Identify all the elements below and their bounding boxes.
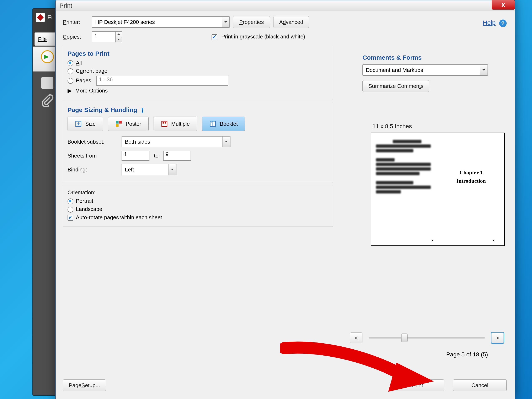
- close-button[interactable]: x: [492, 0, 515, 10]
- copies-label: Copies:: [63, 34, 92, 40]
- sheets-from-label: Sheets from: [68, 152, 121, 159]
- pages-range-radio[interactable]: Pages 1 - 36: [68, 76, 328, 86]
- svg-rect-4: [162, 121, 167, 127]
- help-link-area[interactable]: Help ?: [483, 19, 507, 27]
- svg-rect-3: [116, 124, 119, 127]
- sizing-header: Page Sizing & Handling i: [68, 106, 328, 114]
- svg-rect-2: [119, 121, 122, 124]
- pages-all-radio[interactable]: All: [68, 60, 328, 66]
- orientation-landscape-radio[interactable]: Landscape: [68, 206, 328, 212]
- paper-size-label: 11 x 8.5 Inches: [372, 123, 504, 130]
- svg-rect-5: [163, 122, 164, 124]
- properties-button[interactable]: Properties: [233, 16, 270, 28]
- chevron-up-icon[interactable]: [115, 32, 122, 37]
- binding-select[interactable]: Left: [121, 164, 177, 175]
- dialog-title: Print: [59, 2, 72, 9]
- copies-spinner[interactable]: [115, 31, 122, 42]
- mode-size-button[interactable]: Size: [68, 117, 103, 131]
- comments-forms-select[interactable]: Document and Markups: [362, 64, 488, 76]
- printer-label: Printer:: [63, 19, 92, 25]
- autorotate-checkbox[interactable]: Auto-rotate pages within each sheet: [68, 214, 328, 221]
- preview-zoom-slider[interactable]: [369, 337, 485, 339]
- cancel-button[interactable]: Cancel: [453, 380, 507, 391]
- background-window-title: Fi: [47, 14, 53, 21]
- pdf-app-icon: [36, 13, 45, 22]
- chevron-down-icon: [168, 164, 176, 175]
- chevron-down-icon[interactable]: [115, 37, 122, 42]
- chevron-down-icon: [222, 17, 229, 27]
- chevron-down-icon: [480, 65, 488, 75]
- grayscale-checkbox[interactable]: Print in grayscale (black and white): [212, 33, 305, 40]
- svg-rect-1: [116, 121, 119, 124]
- printer-select[interactable]: HP Deskjet F4200 series: [92, 16, 230, 28]
- preview-next-button[interactable]: >: [491, 332, 504, 343]
- attachments-icon[interactable]: [41, 94, 53, 106]
- orientation-header: Orientation:: [68, 189, 328, 196]
- pages-current-radio[interactable]: Current page: [68, 68, 328, 74]
- advanced-button[interactable]: Advanced: [273, 16, 310, 28]
- more-options-toggle[interactable]: ▶ More Options: [68, 88, 328, 94]
- pages-range-input[interactable]: 1 - 36: [96, 76, 228, 86]
- binding-label: Binding:: [68, 166, 121, 173]
- preview-left-page: [376, 139, 438, 195]
- mode-poster-button[interactable]: Poster: [108, 117, 149, 131]
- preview-right-page: Chapter 1 Introduction: [444, 169, 498, 185]
- comments-forms-header: Comments & Forms: [362, 54, 508, 61]
- preview-page-label: Page 5 of 18 (5): [446, 351, 488, 358]
- checkbox-icon: [212, 34, 217, 40]
- slider-thumb[interactable]: [401, 334, 407, 342]
- mode-multiple-button[interactable]: Multiple: [154, 117, 197, 131]
- help-icon[interactable]: ?: [499, 19, 507, 27]
- print-dialog: Print x Help ? Printer: HP Deskjet F4200…: [55, 0, 515, 399]
- print-button[interactable]: Print: [391, 380, 444, 391]
- page-preview: Chapter 1 Introduction: [371, 133, 505, 246]
- booklet-subset-label: Booklet subset:: [68, 139, 121, 145]
- preview-prev-button[interactable]: <: [350, 332, 362, 343]
- copies-input[interactable]: 1: [92, 31, 115, 42]
- orientation-portrait-radio[interactable]: Portrait: [68, 198, 328, 204]
- sheets-from-input[interactable]: 1: [121, 151, 149, 161]
- sheets-to-input[interactable]: 9: [163, 151, 191, 161]
- help-link[interactable]: Help: [483, 19, 496, 26]
- svg-rect-6: [165, 122, 166, 124]
- page-setup-button[interactable]: Page Setup...: [63, 380, 106, 391]
- mode-booklet-button[interactable]: Booklet: [202, 117, 245, 131]
- chevron-down-icon: [222, 137, 230, 147]
- dialog-titlebar: Print x: [56, 0, 515, 11]
- convert-icon: [41, 50, 54, 63]
- pages-to-print-header: Pages to Print: [68, 50, 328, 57]
- booklet-subset-select[interactable]: Both sides: [121, 136, 230, 147]
- summarize-comments-button[interactable]: Summarize Comments: [362, 80, 429, 92]
- pages-panel-icon[interactable]: [41, 77, 53, 89]
- info-icon[interactable]: i: [142, 108, 143, 113]
